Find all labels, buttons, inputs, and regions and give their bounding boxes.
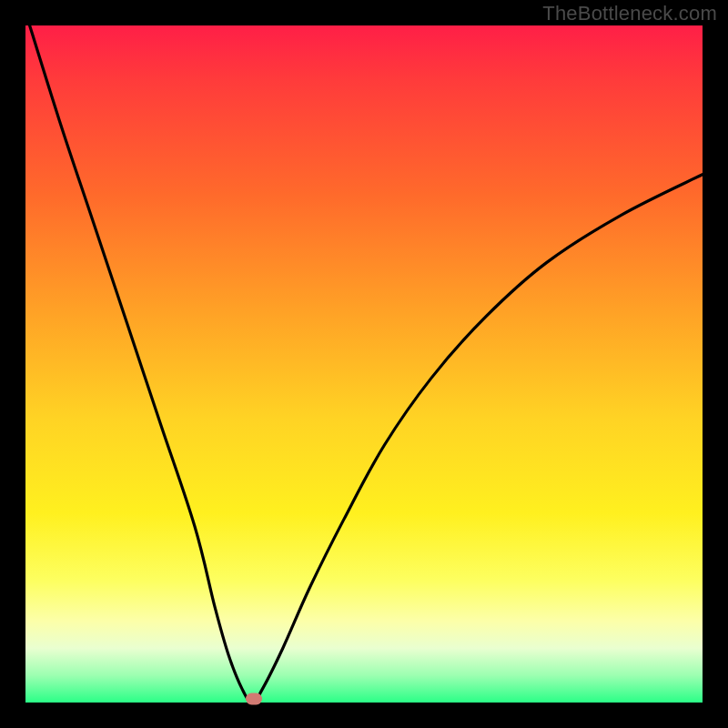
plot-area (25, 25, 703, 703)
bottleneck-curve-path (25, 25, 703, 703)
watermark-text: TheBottleneck.com (542, 2, 717, 25)
chart-frame: TheBottleneck.com (0, 0, 728, 728)
curve-svg (25, 25, 703, 703)
minimum-marker (246, 693, 262, 704)
